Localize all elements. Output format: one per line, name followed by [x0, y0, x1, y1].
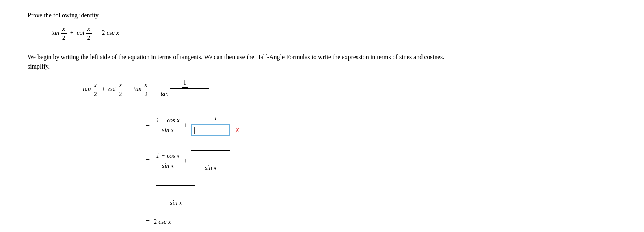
step0-rhs: tan x 2 + 1 tan: [133, 79, 210, 100]
description-text: We begin by writing the left side of the…: [28, 52, 619, 71]
step1-equals: =: [146, 121, 150, 129]
step2-equals: =: [146, 157, 150, 165]
step4-equals: =: [146, 217, 150, 226]
step-3-row: = sin x: [146, 185, 198, 206]
input-box-4[interactable]: [156, 185, 195, 196]
main-equation: tan x 2 + cot x 2 = 2 csc x: [51, 25, 624, 41]
step-1-row: = 1 − cos x sin x + 1 ✗: [146, 114, 242, 136]
step1-left-fraction: 1 − cos x sin x: [154, 117, 182, 134]
step3-equals: =: [146, 192, 150, 200]
step2-right-fraction: sin x: [188, 150, 233, 171]
step0-lhs: tan x 2 + cot x 2: [83, 82, 123, 98]
step-4-row: = 2 csc x: [146, 217, 171, 226]
math-derivation: tan x 2 + cot x 2 = tan x 2 + 1: [59, 79, 624, 232]
step3-fraction: sin x: [154, 185, 198, 206]
main-eq-text: tan x 2 + cot x 2 = 2 csc x: [51, 29, 119, 36]
page-container: Prove the following identity. tan x 2 + …: [16, 8, 628, 232]
step-2-row: = 1 − cos x sin x + sin x: [146, 150, 233, 171]
cot-frac-main: x 2: [86, 25, 92, 41]
step-0-row: tan x 2 + cot x 2 = tan x 2 + 1: [83, 79, 211, 100]
step2-left-fraction: 1 − cos x sin x: [154, 152, 182, 169]
input-box-2-active[interactable]: [191, 124, 230, 136]
step1-right-fraction: 1 ✗: [188, 114, 242, 136]
close-icon[interactable]: ✗: [235, 127, 240, 134]
page-title: Prove the following identity.: [28, 12, 624, 19]
input-box-3[interactable]: [191, 150, 230, 161]
tan-frac-main: x 2: [61, 25, 67, 41]
step4-result: 2 csc x: [154, 218, 171, 225]
input-box-1[interactable]: [170, 88, 209, 100]
step0-fraction: 1 tan: [159, 79, 211, 100]
